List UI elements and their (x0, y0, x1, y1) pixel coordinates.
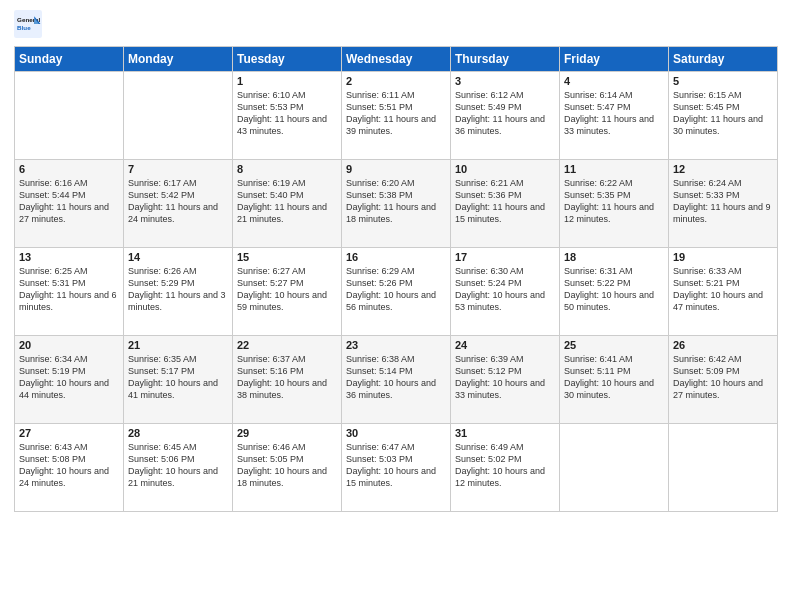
day-info: Sunrise: 6:31 AM Sunset: 5:22 PM Dayligh… (564, 265, 664, 314)
table-row: 20Sunrise: 6:34 AM Sunset: 5:19 PM Dayli… (15, 336, 124, 424)
table-row: 21Sunrise: 6:35 AM Sunset: 5:17 PM Dayli… (124, 336, 233, 424)
calendar-table: Sunday Monday Tuesday Wednesday Thursday… (14, 46, 778, 512)
col-thursday: Thursday (451, 47, 560, 72)
day-number: 6 (19, 163, 119, 175)
table-row: 15Sunrise: 6:27 AM Sunset: 5:27 PM Dayli… (233, 248, 342, 336)
day-info: Sunrise: 6:11 AM Sunset: 5:51 PM Dayligh… (346, 89, 446, 138)
day-number: 7 (128, 163, 228, 175)
day-number: 21 (128, 339, 228, 351)
day-info: Sunrise: 6:16 AM Sunset: 5:44 PM Dayligh… (19, 177, 119, 226)
table-row: 22Sunrise: 6:37 AM Sunset: 5:16 PM Dayli… (233, 336, 342, 424)
day-number: 12 (673, 163, 773, 175)
day-info: Sunrise: 6:41 AM Sunset: 5:11 PM Dayligh… (564, 353, 664, 402)
table-row: 9Sunrise: 6:20 AM Sunset: 5:38 PM Daylig… (342, 160, 451, 248)
col-sunday: Sunday (15, 47, 124, 72)
day-info: Sunrise: 6:37 AM Sunset: 5:16 PM Dayligh… (237, 353, 337, 402)
day-number: 16 (346, 251, 446, 263)
table-row: 1Sunrise: 6:10 AM Sunset: 5:53 PM Daylig… (233, 72, 342, 160)
day-number: 18 (564, 251, 664, 263)
calendar-week-row: 6Sunrise: 6:16 AM Sunset: 5:44 PM Daylig… (15, 160, 778, 248)
table-row: 16Sunrise: 6:29 AM Sunset: 5:26 PM Dayli… (342, 248, 451, 336)
day-info: Sunrise: 6:26 AM Sunset: 5:29 PM Dayligh… (128, 265, 228, 314)
day-number: 26 (673, 339, 773, 351)
col-wednesday: Wednesday (342, 47, 451, 72)
day-number: 3 (455, 75, 555, 87)
table-row: 24Sunrise: 6:39 AM Sunset: 5:12 PM Dayli… (451, 336, 560, 424)
day-number: 10 (455, 163, 555, 175)
day-number: 30 (346, 427, 446, 439)
day-number: 1 (237, 75, 337, 87)
day-info: Sunrise: 6:22 AM Sunset: 5:35 PM Dayligh… (564, 177, 664, 226)
day-info: Sunrise: 6:17 AM Sunset: 5:42 PM Dayligh… (128, 177, 228, 226)
calendar-week-row: 13Sunrise: 6:25 AM Sunset: 5:31 PM Dayli… (15, 248, 778, 336)
day-number: 14 (128, 251, 228, 263)
day-number: 5 (673, 75, 773, 87)
day-number: 24 (455, 339, 555, 351)
table-row: 13Sunrise: 6:25 AM Sunset: 5:31 PM Dayli… (15, 248, 124, 336)
day-info: Sunrise: 6:46 AM Sunset: 5:05 PM Dayligh… (237, 441, 337, 490)
calendar-header-row: Sunday Monday Tuesday Wednesday Thursday… (15, 47, 778, 72)
table-row: 23Sunrise: 6:38 AM Sunset: 5:14 PM Dayli… (342, 336, 451, 424)
calendar-week-row: 1Sunrise: 6:10 AM Sunset: 5:53 PM Daylig… (15, 72, 778, 160)
table-row: 14Sunrise: 6:26 AM Sunset: 5:29 PM Dayli… (124, 248, 233, 336)
day-info: Sunrise: 6:42 AM Sunset: 5:09 PM Dayligh… (673, 353, 773, 402)
day-number: 31 (455, 427, 555, 439)
day-info: Sunrise: 6:19 AM Sunset: 5:40 PM Dayligh… (237, 177, 337, 226)
day-number: 23 (346, 339, 446, 351)
day-number: 19 (673, 251, 773, 263)
day-info: Sunrise: 6:47 AM Sunset: 5:03 PM Dayligh… (346, 441, 446, 490)
day-info: Sunrise: 6:21 AM Sunset: 5:36 PM Dayligh… (455, 177, 555, 226)
table-row: 8Sunrise: 6:19 AM Sunset: 5:40 PM Daylig… (233, 160, 342, 248)
day-number: 15 (237, 251, 337, 263)
table-row: 2Sunrise: 6:11 AM Sunset: 5:51 PM Daylig… (342, 72, 451, 160)
day-number: 20 (19, 339, 119, 351)
day-info: Sunrise: 6:29 AM Sunset: 5:26 PM Dayligh… (346, 265, 446, 314)
svg-text:Blue: Blue (17, 24, 31, 31)
table-row: 11Sunrise: 6:22 AM Sunset: 5:35 PM Dayli… (560, 160, 669, 248)
table-row (560, 424, 669, 512)
day-info: Sunrise: 6:45 AM Sunset: 5:06 PM Dayligh… (128, 441, 228, 490)
generalblue-icon: General Blue (14, 10, 42, 38)
calendar-week-row: 27Sunrise: 6:43 AM Sunset: 5:08 PM Dayli… (15, 424, 778, 512)
day-number: 8 (237, 163, 337, 175)
table-row: 4Sunrise: 6:14 AM Sunset: 5:47 PM Daylig… (560, 72, 669, 160)
day-number: 11 (564, 163, 664, 175)
table-row: 29Sunrise: 6:46 AM Sunset: 5:05 PM Dayli… (233, 424, 342, 512)
table-row: 17Sunrise: 6:30 AM Sunset: 5:24 PM Dayli… (451, 248, 560, 336)
table-row: 12Sunrise: 6:24 AM Sunset: 5:33 PM Dayli… (669, 160, 778, 248)
table-row (669, 424, 778, 512)
table-row: 27Sunrise: 6:43 AM Sunset: 5:08 PM Dayli… (15, 424, 124, 512)
day-info: Sunrise: 6:15 AM Sunset: 5:45 PM Dayligh… (673, 89, 773, 138)
col-tuesday: Tuesday (233, 47, 342, 72)
day-number: 28 (128, 427, 228, 439)
table-row: 19Sunrise: 6:33 AM Sunset: 5:21 PM Dayli… (669, 248, 778, 336)
day-number: 25 (564, 339, 664, 351)
col-saturday: Saturday (669, 47, 778, 72)
table-row: 7Sunrise: 6:17 AM Sunset: 5:42 PM Daylig… (124, 160, 233, 248)
day-info: Sunrise: 6:35 AM Sunset: 5:17 PM Dayligh… (128, 353, 228, 402)
table-row: 28Sunrise: 6:45 AM Sunset: 5:06 PM Dayli… (124, 424, 233, 512)
day-number: 2 (346, 75, 446, 87)
table-row: 18Sunrise: 6:31 AM Sunset: 5:22 PM Dayli… (560, 248, 669, 336)
day-info: Sunrise: 6:12 AM Sunset: 5:49 PM Dayligh… (455, 89, 555, 138)
day-info: Sunrise: 6:10 AM Sunset: 5:53 PM Dayligh… (237, 89, 337, 138)
table-row: 25Sunrise: 6:41 AM Sunset: 5:11 PM Dayli… (560, 336, 669, 424)
day-number: 9 (346, 163, 446, 175)
day-info: Sunrise: 6:43 AM Sunset: 5:08 PM Dayligh… (19, 441, 119, 490)
table-row: 6Sunrise: 6:16 AM Sunset: 5:44 PM Daylig… (15, 160, 124, 248)
day-info: Sunrise: 6:24 AM Sunset: 5:33 PM Dayligh… (673, 177, 773, 226)
col-friday: Friday (560, 47, 669, 72)
day-number: 4 (564, 75, 664, 87)
day-number: 29 (237, 427, 337, 439)
table-row: 31Sunrise: 6:49 AM Sunset: 5:02 PM Dayli… (451, 424, 560, 512)
day-info: Sunrise: 6:49 AM Sunset: 5:02 PM Dayligh… (455, 441, 555, 490)
table-row: 10Sunrise: 6:21 AM Sunset: 5:36 PM Dayli… (451, 160, 560, 248)
day-info: Sunrise: 6:38 AM Sunset: 5:14 PM Dayligh… (346, 353, 446, 402)
day-info: Sunrise: 6:33 AM Sunset: 5:21 PM Dayligh… (673, 265, 773, 314)
day-info: Sunrise: 6:39 AM Sunset: 5:12 PM Dayligh… (455, 353, 555, 402)
day-number: 17 (455, 251, 555, 263)
calendar-week-row: 20Sunrise: 6:34 AM Sunset: 5:19 PM Dayli… (15, 336, 778, 424)
logo: General Blue (14, 10, 46, 38)
day-number: 13 (19, 251, 119, 263)
day-info: Sunrise: 6:20 AM Sunset: 5:38 PM Dayligh… (346, 177, 446, 226)
